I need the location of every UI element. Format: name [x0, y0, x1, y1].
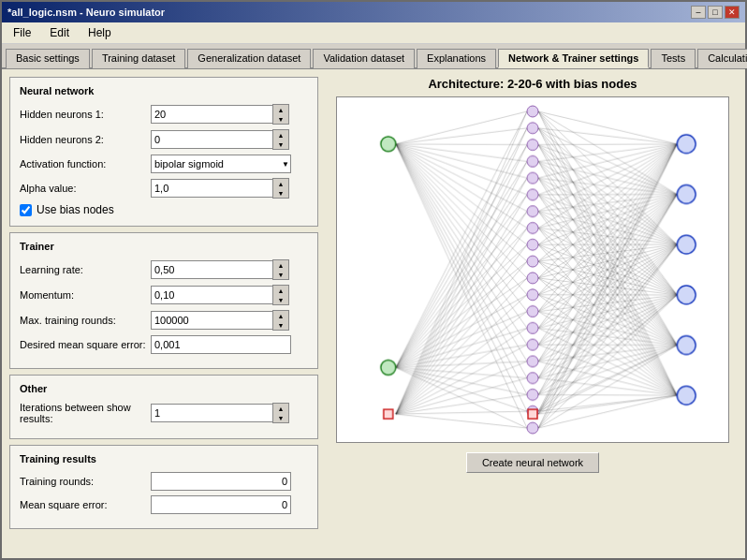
max-training-rounds-up[interactable]: ▲ — [273, 311, 288, 320]
menu-help[interactable]: Help — [81, 24, 119, 41]
tab-tests[interactable]: Tests — [651, 49, 696, 68]
window-controls: – □ ✕ — [691, 6, 740, 19]
max-training-rounds-down[interactable]: ▼ — [273, 320, 288, 330]
main-window: *all_logic.nsm - Neuro simulator – □ ✕ F… — [0, 0, 747, 560]
training-rounds-row: Training rounds: — [20, 472, 308, 491]
activation-function-select[interactable]: bipolar sigmoid sigmoid linear tanh — [151, 155, 291, 173]
menu-bar: File Edit Help — [2, 22, 745, 44]
learning-rate-spinner: ▲ ▼ — [151, 259, 289, 280]
hidden-neurons-1-spinner: ▲ ▼ — [151, 104, 289, 125]
max-training-rounds-input[interactable] — [151, 311, 272, 330]
other-title: Other — [20, 383, 308, 394]
training-results-title: Training results — [20, 453, 308, 464]
hidden-neurons-1-row: Hidden neurons 1: ▲ ▼ — [20, 104, 308, 125]
use-bias-nodes-checkbox[interactable] — [20, 204, 32, 216]
iterations-label: Iterations between show results: — [20, 402, 151, 424]
other-section: Other Iterations between show results: ▲… — [9, 375, 318, 439]
neural-network-section: Neural network Hidden neurons 1: ▲ ▼ Hid… — [9, 77, 318, 227]
momentum-label: Momentum: — [20, 289, 151, 301]
iterations-spin-buttons: ▲ ▼ — [272, 403, 289, 423]
momentum-up[interactable]: ▲ — [273, 286, 288, 295]
alpha-value-input[interactable] — [151, 179, 272, 198]
max-training-rounds-spinner: ▲ ▼ — [151, 310, 289, 331]
tab-training-dataset[interactable]: Training dataset — [92, 49, 185, 68]
title-bar: *all_logic.nsm - Neuro simulator – □ ✕ — [2, 2, 745, 22]
tab-basic-settings[interactable]: Basic settings — [6, 49, 90, 68]
tab-bar: Basic settings Training dataset Generali… — [2, 44, 745, 69]
architecture-title: Architecture: 2-20-6 with bias nodes — [428, 77, 637, 91]
hidden-neurons-1-label: Hidden neurons 1: — [20, 109, 151, 120]
hidden-neurons-1-spin-buttons: ▲ ▼ — [272, 104, 289, 125]
max-training-rounds-spin-buttons: ▲ ▼ — [272, 310, 289, 331]
momentum-down[interactable]: ▼ — [273, 295, 288, 304]
tab-validation-dataset[interactable]: Validation dataset — [313, 49, 415, 68]
iterations-input[interactable] — [151, 404, 272, 422]
learning-rate-input[interactable] — [151, 260, 272, 279]
alpha-value-row: Alpha value: ▲ ▼ — [20, 178, 308, 199]
tab-network-trainer-settings[interactable]: Network & Trainer settings — [498, 49, 649, 68]
training-rounds-value — [151, 472, 291, 491]
neural-network-title: Neural network — [20, 85, 308, 96]
use-bias-nodes-row: Use bias nodes — [20, 203, 308, 216]
mean-square-error-value — [151, 495, 291, 514]
alpha-value-spinner: ▲ ▼ — [151, 178, 289, 199]
learning-rate-down[interactable]: ▼ — [273, 270, 288, 279]
desired-mse-input[interactable] — [151, 335, 291, 354]
alpha-value-spin-buttons: ▲ ▼ — [272, 178, 289, 199]
hidden-neurons-2-input[interactable] — [151, 130, 272, 149]
alpha-value-label: Alpha value: — [20, 183, 151, 194]
desired-mse-label: Desired mean square error: — [20, 339, 151, 350]
left-panel: Neural network Hidden neurons 1: ▲ ▼ Hid… — [9, 77, 318, 551]
close-button[interactable]: ✕ — [725, 6, 740, 19]
mean-square-error-label: Mean square error: — [20, 499, 151, 510]
learning-rate-row: Learning rate: ▲ ▼ — [20, 259, 308, 280]
momentum-spinner: ▲ ▼ — [151, 285, 289, 305]
hidden-neurons-2-up[interactable]: ▲ — [273, 130, 288, 140]
alpha-value-up[interactable]: ▲ — [273, 179, 288, 188]
momentum-row: Momentum: ▲ ▼ — [20, 285, 308, 305]
mean-square-error-row: Mean square error: — [20, 495, 308, 514]
trainer-title: Trainer — [20, 241, 308, 252]
learning-rate-up[interactable]: ▲ — [273, 260, 288, 270]
hidden-neurons-2-spinner: ▲ ▼ — [151, 129, 289, 150]
iterations-down[interactable]: ▼ — [273, 413, 288, 422]
desired-mse-row: Desired mean square error: — [20, 335, 308, 354]
activation-function-label: Activation function: — [20, 158, 151, 169]
tab-calculations[interactable]: Calculations — [697, 49, 747, 68]
hidden-neurons-2-down[interactable]: ▼ — [273, 140, 288, 149]
menu-file[interactable]: File — [6, 24, 38, 41]
momentum-input[interactable] — [151, 286, 272, 304]
training-results-section: Training results Training rounds: Mean s… — [9, 445, 318, 529]
network-canvas — [336, 96, 729, 443]
iterations-row: Iterations between show results: ▲ ▼ — [20, 402, 308, 424]
activation-function-row: Activation function: bipolar sigmoid sig… — [20, 155, 308, 173]
use-bias-nodes-label: Use bias nodes — [37, 203, 114, 216]
trainer-section: Trainer Learning rate: ▲ ▼ Momentum: — [9, 232, 318, 369]
hidden-neurons-2-row: Hidden neurons 2: ▲ ▼ — [20, 129, 308, 150]
right-panel: Architecture: 2-20-6 with bias nodes Cre… — [328, 77, 738, 551]
learning-rate-spin-buttons: ▲ ▼ — [272, 259, 289, 280]
iterations-spinner: ▲ ▼ — [151, 403, 289, 423]
max-training-rounds-label: Max. training rounds: — [20, 315, 151, 326]
learning-rate-label: Learning rate: — [20, 264, 151, 275]
minimize-button[interactable]: – — [691, 6, 706, 19]
iterations-up[interactable]: ▲ — [273, 404, 288, 413]
training-rounds-label: Training rounds: — [20, 476, 151, 487]
momentum-spin-buttons: ▲ ▼ — [272, 285, 289, 305]
hidden-neurons-1-up[interactable]: ▲ — [273, 105, 288, 114]
hidden-neurons-1-input[interactable] — [151, 105, 272, 124]
main-content: Neural network Hidden neurons 1: ▲ ▼ Hid… — [2, 69, 745, 558]
create-neural-network-button[interactable]: Create neural network — [466, 452, 599, 473]
hidden-neurons-1-down[interactable]: ▼ — [273, 114, 288, 124]
hidden-neurons-2-label: Hidden neurons 2: — [20, 134, 151, 145]
alpha-value-down[interactable]: ▼ — [273, 188, 288, 198]
maximize-button[interactable]: □ — [708, 6, 723, 19]
hidden-neurons-2-spin-buttons: ▲ ▼ — [272, 129, 289, 150]
tab-generalization-dataset[interactable]: Generalization dataset — [187, 49, 311, 68]
menu-edit[interactable]: Edit — [42, 24, 77, 41]
window-title: *all_logic.nsm - Neuro simulator — [7, 7, 165, 18]
activation-function-wrapper: bipolar sigmoid sigmoid linear tanh ▼ — [151, 155, 291, 173]
max-training-rounds-row: Max. training rounds: ▲ ▼ — [20, 310, 308, 331]
tab-explanations[interactable]: Explanations — [417, 49, 496, 68]
